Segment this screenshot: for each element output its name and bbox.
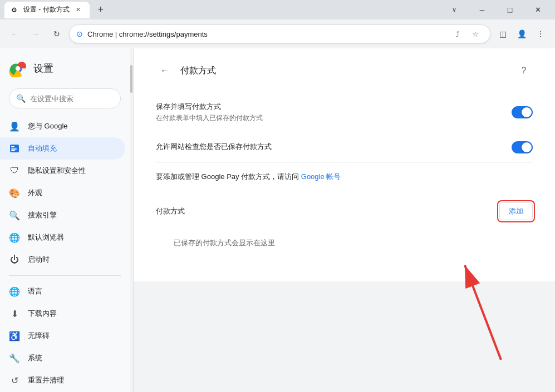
chevron-button[interactable]: ∨: [441, 0, 467, 19]
accessibility-nav-icon: ♿: [9, 330, 20, 341]
toggle-track-2: [512, 141, 533, 153]
appearance-nav-icon: 🎨: [9, 187, 20, 199]
profile-button[interactable]: 👤: [513, 25, 531, 43]
sidebar-label-appearance: 外观: [28, 188, 42, 198]
share-button[interactable]: ⤴: [450, 26, 465, 42]
sidebar: 设置 🔍 👤 您与 Google: [0, 48, 130, 392]
search-bar[interactable]: 🔍: [9, 88, 121, 108]
tab-favicon: ⚙: [11, 6, 19, 14]
sidebar-label-profile: 您与 Google: [28, 121, 68, 131]
allow-check-title: 允许网站检查您是否已保存付款方式: [156, 142, 272, 152]
tab-close-button[interactable]: ✕: [74, 6, 83, 14]
content-back-button[interactable]: ←: [156, 62, 174, 80]
toolbar-right: ◫ 👤 ⋮: [494, 25, 549, 43]
allow-check-toggle[interactable]: [512, 141, 533, 153]
save-fill-toggle[interactable]: [512, 106, 533, 118]
add-payment-button[interactable]: 添加: [499, 202, 533, 220]
help-icon: ?: [522, 66, 527, 76]
forward-icon: →: [32, 29, 40, 38]
sidebar-item-privacy[interactable]: 🛡 隐私设置和安全性: [0, 160, 125, 182]
menu-button[interactable]: ⋮: [532, 25, 549, 43]
system-nav-icon: 🔧: [9, 353, 20, 364]
help-button[interactable]: ?: [515, 62, 533, 80]
sidebar-item-downloads[interactable]: ⬇ 下载内容: [0, 302, 125, 325]
sidebar-item-profile[interactable]: 👤 您与 Google: [0, 115, 125, 137]
content-header: ← 付款方式 ?: [156, 62, 533, 80]
bookmark-icon: ☆: [472, 30, 479, 38]
sidebar-item-search[interactable]: 🔍 搜索引擎: [0, 204, 125, 226]
extensions-button[interactable]: ◫: [494, 25, 512, 43]
titlebar-left: ⚙ 设置 - 付款方式 ✕ +: [4, 2, 109, 18]
sidebar-item-reset[interactable]: ↺ 重置并清理: [0, 369, 125, 391]
refresh-button[interactable]: ↻: [48, 25, 66, 43]
page-title: 付款方式: [180, 65, 216, 77]
secure-icon: ⊙: [76, 29, 83, 38]
maximize-icon: [508, 6, 512, 14]
content-back-icon: ←: [160, 66, 169, 76]
sidebar-nav: 👤 您与 Google 自动填充 🛡: [0, 115, 130, 392]
back-icon: ←: [11, 29, 18, 38]
sidebar-label-reset: 重置并清理: [28, 375, 64, 385]
forward-button[interactable]: →: [27, 25, 45, 43]
svg-rect-3: [11, 146, 14, 147]
tab-title: 设置 - 付款方式: [23, 5, 70, 14]
main-layout: 设置 🔍 👤 您与 Google: [0, 48, 555, 392]
search-input[interactable]: [30, 95, 124, 103]
autofill-nav-icon: [9, 143, 20, 154]
sidebar-item-startup[interactable]: ⏻ 启动时: [0, 249, 125, 271]
address-bar[interactable]: ⊙ Chrome | chrome://settings/payments ⤴ …: [69, 24, 490, 43]
privacy-nav-icon: 🛡: [9, 165, 20, 176]
sidebar-item-autofill[interactable]: 自动填充: [0, 137, 125, 160]
allow-check-info: 允许网站检查您是否已保存付款方式: [156, 142, 272, 153]
bookmark-button[interactable]: ☆: [468, 26, 483, 42]
sidebar-label-language: 语言: [28, 286, 42, 296]
search-icon: 🔍: [16, 94, 26, 103]
sidebar-label-system: 系统: [28, 353, 42, 363]
window-controls: ∨: [441, 0, 551, 19]
sidebar-item-accessibility[interactable]: ♿ 无障碍: [0, 325, 125, 347]
google-account-link[interactable]: Google 帐号: [301, 172, 341, 181]
menu-icon: ⋮: [537, 29, 544, 38]
minimize-button[interactable]: [469, 0, 495, 19]
sidebar-item-language[interactable]: 🌐 语言: [0, 280, 125, 302]
toggle-track-1: [512, 106, 533, 118]
share-icon: ⤴: [456, 30, 460, 38]
sidebar-label-browser: 默认浏览器: [28, 232, 64, 242]
content-inner: ← 付款方式 ? 保存并填写付款方式 在付款表单中填入已保存的付款方式: [134, 48, 555, 281]
google-pay-row: 要添加或管理 Google Pay 付款方式，请访问 Google 帐号: [156, 163, 533, 191]
sidebar-label-accessibility: 无障碍: [28, 331, 50, 341]
payment-methods-label: 付款方式: [156, 206, 185, 216]
sidebar-item-system[interactable]: 🔧 系统: [0, 347, 125, 369]
sidebar-scrollbar-thumb: [130, 65, 132, 93]
close-button[interactable]: [525, 0, 551, 19]
save-fill-info: 保存并填写付款方式 在付款表单中填入已保存的付款方式: [156, 102, 263, 123]
extensions-icon: ◫: [499, 29, 507, 38]
svg-rect-5: [11, 150, 15, 151]
sidebar-item-browser[interactable]: 🌐 默认浏览器: [0, 226, 125, 249]
payment-methods-header: 付款方式 添加: [156, 202, 533, 220]
close-icon: [535, 6, 541, 14]
sidebar-label-downloads: 下载内容: [28, 309, 57, 319]
sidebar-scrollbar: [130, 48, 133, 392]
sidebar-label-autofill: 自动填充: [28, 143, 57, 153]
active-tab[interactable]: ⚙ 设置 - 付款方式 ✕: [4, 2, 90, 18]
save-fill-row: 保存并填写付款方式 在付款表单中填入已保存的付款方式: [156, 93, 533, 132]
svg-point-1: [16, 66, 20, 71]
google-pay-text: 要添加或管理 Google Pay 付款方式，请访问: [156, 172, 299, 181]
chevron-icon: ∨: [452, 6, 456, 13]
sidebar-app-title: 设置: [33, 62, 53, 75]
allow-check-row: 允许网站检查您是否已保存付款方式: [156, 132, 533, 163]
save-fill-desc: 在付款表单中填入已保存的付款方式: [156, 113, 263, 123]
refresh-icon: ↻: [53, 29, 60, 38]
address-actions: ⤴ ☆: [450, 26, 483, 42]
profile-nav-icon: 👤: [9, 121, 20, 132]
language-nav-icon: 🌐: [9, 286, 20, 297]
search-nav-icon: 🔍: [9, 210, 20, 221]
maximize-button[interactable]: [497, 0, 523, 19]
new-tab-button[interactable]: +: [93, 2, 109, 18]
address-text: Chrome | chrome://settings/payments: [87, 30, 445, 38]
sidebar-label-startup: 启动时: [28, 255, 50, 265]
back-button[interactable]: ←: [6, 25, 23, 43]
sidebar-item-appearance[interactable]: 🎨 外观: [0, 182, 125, 204]
chrome-logo: [9, 59, 27, 77]
